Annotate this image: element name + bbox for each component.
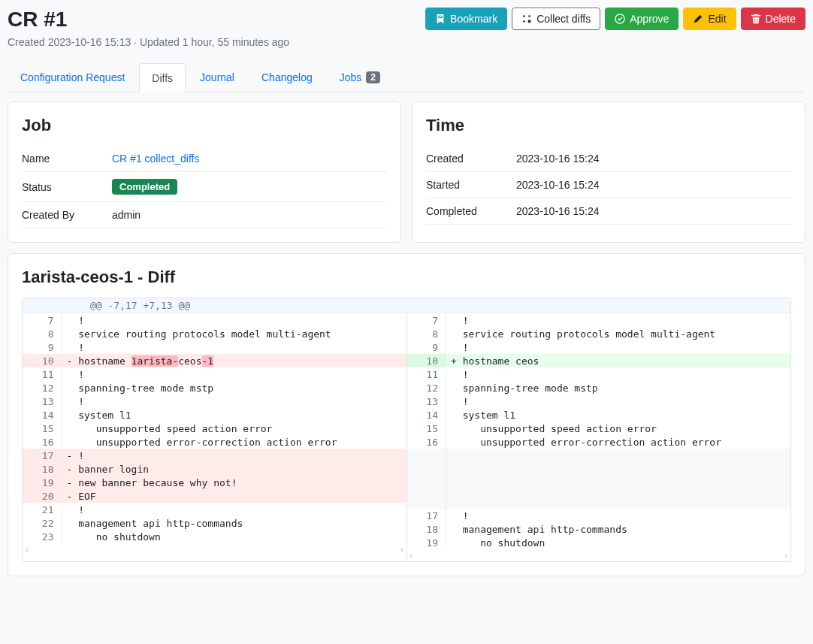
line-code: ! xyxy=(62,503,406,516)
line-number: 8 xyxy=(407,327,446,340)
line-number: 19 xyxy=(23,476,62,489)
diff-container: @@ -7,17 +7,13 @@ 7 !8 service routing p… xyxy=(22,298,791,562)
collect-diffs-button[interactable]: Collect diffs xyxy=(512,8,600,30)
diff-line: 13 ! xyxy=(407,395,791,408)
time-card: Time Created 2023-10-16 15:24 Started 20… xyxy=(412,101,805,243)
tab-journal[interactable]: Journal xyxy=(187,63,247,92)
diff-line: 11 ! xyxy=(407,367,791,381)
tab-bar: Configuration Request Diffs Journal Chan… xyxy=(8,63,805,92)
line-number: 13 xyxy=(407,395,446,408)
job-card: Job Name CR #1 collect_diffs Status Comp… xyxy=(8,101,401,243)
line-code: - hostname 1arista-ceos-1 xyxy=(62,354,406,367)
line-number: 11 xyxy=(407,367,446,381)
job-createdby-label: Created By xyxy=(22,202,112,228)
diff-line: 19- new banner because why not! xyxy=(23,476,406,489)
delete-label: Delete xyxy=(766,13,796,25)
bookmark-button[interactable]: Bookmark xyxy=(425,8,507,30)
diff-line: 15 unsupported speed action error xyxy=(23,422,406,435)
approve-button[interactable]: Approve xyxy=(605,8,679,30)
scroll-hint-left[interactable]: ‹› xyxy=(23,543,406,555)
svg-point-2 xyxy=(528,15,530,17)
job-createdby-row: Created By admin xyxy=(22,202,387,228)
diff-line: 16 unsupported error-correction action e… xyxy=(407,435,791,449)
time-completed-value: 2023-10-16 15:24 xyxy=(516,198,791,225)
diff-line: 12 spanning-tree mode mstp xyxy=(407,381,791,395)
tab-config-request[interactable]: Configuration Request xyxy=(8,63,138,92)
diff-line xyxy=(407,449,791,464)
line-code: service routing protocols model multi-ag… xyxy=(62,327,406,340)
time-card-title: Time xyxy=(426,116,791,135)
line-code: spanning-tree mode mstp xyxy=(62,381,406,395)
scroll-hint-right[interactable]: ‹› xyxy=(407,549,791,561)
line-number: 18 xyxy=(23,462,62,476)
job-name-link[interactable]: CR #1 collect_diffs xyxy=(112,153,199,165)
line-code: ! xyxy=(446,509,791,522)
bookmark-icon xyxy=(435,14,446,24)
line-number: 9 xyxy=(407,340,446,354)
time-started-row: Started 2023-10-16 15:24 xyxy=(426,172,791,198)
line-number: 22 xyxy=(23,516,62,530)
line-number: 11 xyxy=(23,367,62,381)
tab-jobs[interactable]: Jobs 2 xyxy=(327,63,393,92)
tab-diffs[interactable]: Diffs xyxy=(139,63,186,92)
line-code: ! xyxy=(446,313,791,327)
diff-line: 14 system l1 xyxy=(407,408,791,422)
edit-button[interactable]: Edit xyxy=(683,8,736,30)
diff-line xyxy=(407,479,791,494)
diff-right-side: 7 !8 service routing protocols model mul… xyxy=(407,313,791,561)
diff-line: 8 service routing protocols model multi-… xyxy=(23,327,406,340)
line-number: 10 xyxy=(23,354,62,367)
line-number: 12 xyxy=(23,381,62,395)
line-code: + hostname ceos xyxy=(446,354,791,367)
line-number: 16 xyxy=(23,435,62,449)
line-code: system l1 xyxy=(446,408,791,422)
delete-button[interactable]: Delete xyxy=(741,8,805,30)
line-code: no shutdown xyxy=(446,536,791,549)
diff-line: 9 ! xyxy=(407,340,791,354)
line-number: 10 xyxy=(407,354,446,367)
time-created-label: Created xyxy=(426,146,516,172)
line-code: system l1 xyxy=(62,408,406,422)
line-number: 20 xyxy=(23,489,62,503)
diff-line: 17- ! xyxy=(23,449,406,462)
page-subtitle: Created 2023-10-16 15:13 · Updated 1 hou… xyxy=(8,36,805,48)
line-code: - banner login xyxy=(62,462,406,476)
job-status-row: Status Completed xyxy=(22,172,387,202)
line-code xyxy=(446,449,791,464)
line-number xyxy=(407,479,446,494)
diff-line: 20- EOF xyxy=(23,489,406,503)
job-card-title: Job xyxy=(22,116,387,135)
diff-line: 16 unsupported error-correction action e… xyxy=(23,435,406,449)
collect-label: Collect diffs xyxy=(536,13,591,25)
line-number: 18 xyxy=(407,522,446,536)
tab-changelog[interactable]: Changelog xyxy=(249,63,325,92)
diff-line: 21 ! xyxy=(23,503,406,516)
line-code: - ! xyxy=(62,449,406,462)
line-code xyxy=(446,494,791,509)
diff-line: 18 management api http-commands xyxy=(407,522,791,536)
diff-title: 1arista-ceos-1 - Diff xyxy=(22,268,791,287)
diff-line: 22 management api http-commands xyxy=(23,516,406,530)
time-created-value: 2023-10-16 15:24 xyxy=(516,146,791,172)
approve-label: Approve xyxy=(630,13,669,25)
line-code: no shutdown xyxy=(62,530,406,543)
check-circle-icon xyxy=(615,14,625,24)
time-started-label: Started xyxy=(426,172,516,198)
line-code: ! xyxy=(446,340,791,354)
line-code: unsupported error-correction action erro… xyxy=(446,435,791,449)
diff-card: 1arista-ceos-1 - Diff @@ -7,17 +7,13 @@ … xyxy=(8,253,805,576)
diff-line: 10- hostname 1arista-ceos-1 xyxy=(23,354,406,367)
trash-icon xyxy=(751,14,761,24)
diff-line xyxy=(407,494,791,509)
diff-line: 7 ! xyxy=(23,313,406,327)
diff-line xyxy=(407,464,791,479)
line-number: 15 xyxy=(407,422,446,435)
job-createdby-value: admin xyxy=(112,202,387,228)
line-number: 13 xyxy=(23,395,62,408)
diff-line: 7 ! xyxy=(407,313,791,327)
line-code: unsupported speed action error xyxy=(62,422,406,435)
line-code: unsupported speed action error xyxy=(446,422,791,435)
line-code: ! xyxy=(62,340,406,354)
job-name-row: Name CR #1 collect_diffs xyxy=(22,146,387,172)
line-number: 14 xyxy=(407,408,446,422)
